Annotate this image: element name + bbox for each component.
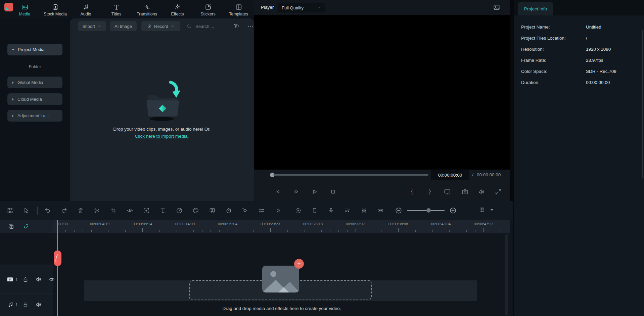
video-preview[interactable] [254,15,510,170]
playhead-line[interactable] [57,220,58,316]
voiceover-icon[interactable] [328,207,334,214]
smart-edit-icon[interactable] [143,207,150,214]
ruler-label: 00:00:38:08 [380,222,417,226]
tab-effects[interactable]: Effects [162,1,193,18]
tab-label: Stock Media [44,12,67,16]
video-track-header[interactable]: 1 [0,265,53,294]
undo-icon[interactable] [44,207,51,214]
unlock-icon[interactable] [22,301,29,308]
sidebar-item-folder[interactable]: Folder [7,64,62,69]
zoom-slider[interactable] [407,210,445,211]
volume-icon[interactable] [478,188,486,195]
tab-label: Effects [171,12,184,16]
track-volume-icon[interactable] [36,301,42,308]
detach-audio-icon[interactable] [127,207,133,214]
info-row: Project Name:Untitled [521,25,639,31]
adjust-icon[interactable] [258,207,265,214]
speed-icon[interactable] [176,207,183,214]
media-drop-zone[interactable]: Drop your video clips, images, or audio … [70,79,254,139]
search-input[interactable] [195,24,226,29]
keyframe-icon[interactable] [242,207,248,214]
sidebar-item-cloud-media[interactable]: Cloud Media [7,93,62,105]
more-options-icon[interactable] [247,23,254,30]
display-device-icon[interactable] [444,188,451,195]
tab-stickers[interactable]: Stickers [193,1,223,18]
select-tool-icon[interactable] [23,207,30,214]
zoom-slider-knob[interactable] [426,208,431,213]
tab-templates[interactable]: Templates [223,1,254,18]
previous-frame-icon[interactable] [274,188,281,195]
beat-sync-icon[interactable] [361,207,367,214]
top-tabs: Media Stock Media Audio Titles Transitio… [9,1,254,18]
track-manage-control[interactable] [478,206,493,214]
timeline-zoom-controls [395,201,457,220]
tab-audio[interactable]: Audio [71,1,101,18]
next-frame-icon[interactable] [292,188,300,195]
color-palette-icon[interactable] [192,207,199,214]
text-tool-icon[interactable] [159,207,166,214]
tab-media[interactable]: Media [9,1,40,18]
render-preview-icon[interactable] [295,207,302,214]
chevron-down-icon [97,24,101,28]
snapshot-camera-icon[interactable] [461,188,469,195]
ai-image-button[interactable]: AI Image [110,21,137,31]
fullscreen-icon[interactable] [495,188,502,195]
tab-transitions[interactable]: Transitions [132,1,162,18]
split-scissors-icon[interactable] [94,207,100,214]
delete-icon[interactable] [77,207,84,214]
record-button[interactable]: Record [141,21,180,31]
transitions-icon [143,3,151,11]
link-icon[interactable] [23,223,30,230]
sidebar-item-label: Global Media [17,80,43,85]
gallery-view-icon[interactable] [493,4,500,11]
more-tools-icon[interactable] [275,207,281,214]
sidebar-item-adjustment-layer[interactable]: Adjustment La... [7,110,62,122]
track-visibility-eye-icon[interactable] [48,276,55,283]
crop-icon[interactable] [110,207,117,214]
track-gutter-header [0,220,53,233]
tab-titles[interactable]: Titles [101,1,132,18]
tab-label: Titles [111,12,121,16]
mark-in-icon[interactable]: { [411,187,413,195]
import-media-link[interactable]: Click here to import media. [135,134,189,139]
redo-icon[interactable] [61,207,67,214]
player-header: Player Full Quality [254,0,510,15]
tab-project-info[interactable]: Project Info [518,2,553,15]
add-media-badge[interactable] [294,259,304,269]
search-box[interactable] [186,21,226,31]
sidebar-item-global-media[interactable]: Global Media [7,77,62,88]
zoom-in-icon[interactable] [449,207,457,214]
current-timecode[interactable]: 00:00:00:00 [431,170,469,180]
ruler-label: 00:00 [58,222,68,226]
tab-stock-media[interactable]: Stock Media [40,1,71,18]
media-icon [21,3,29,11]
filter-icon[interactable] [233,23,240,30]
tab-label: Transitions [137,12,157,16]
marker-icon[interactable] [311,207,318,214]
ruler-label: 00:00:23:23 [252,222,289,226]
playhead-handle[interactable] [54,251,61,266]
audio-track-header[interactable]: 1 [0,293,53,316]
stop-icon[interactable] [329,188,337,195]
media-grid-icon[interactable] [7,207,13,214]
play-icon[interactable] [311,188,318,195]
seek-track[interactable] [273,174,428,176]
timer-icon[interactable] [225,207,232,214]
portrait-cutout-icon[interactable] [209,207,216,214]
import-button[interactable]: Import [78,21,106,31]
zoom-out-icon[interactable] [395,207,402,214]
audio-mixer-icon[interactable] [344,207,351,214]
add-track-icon[interactable] [8,223,14,230]
track-volume-icon[interactable] [36,276,42,283]
sidebar-item-project-media[interactable]: Project Media [7,44,62,55]
auto-ripple-icon[interactable] [377,207,384,214]
timeline-ruler[interactable]: 00:0000:00:04:1900:00:09:1400:00:14:0900… [53,220,510,233]
right-scrollbar[interactable] [642,30,643,178]
unlock-icon[interactable] [22,276,29,283]
import-folder-icon [137,79,187,122]
video-track-number: 1 [15,277,18,282]
timeline-scrollbar[interactable] [505,234,508,315]
info-row: Color Space:SDR - Rec.709 [521,69,639,76]
mark-out-icon[interactable]: } [429,187,431,195]
quality-dropdown[interactable]: Full Quality [278,3,325,12]
